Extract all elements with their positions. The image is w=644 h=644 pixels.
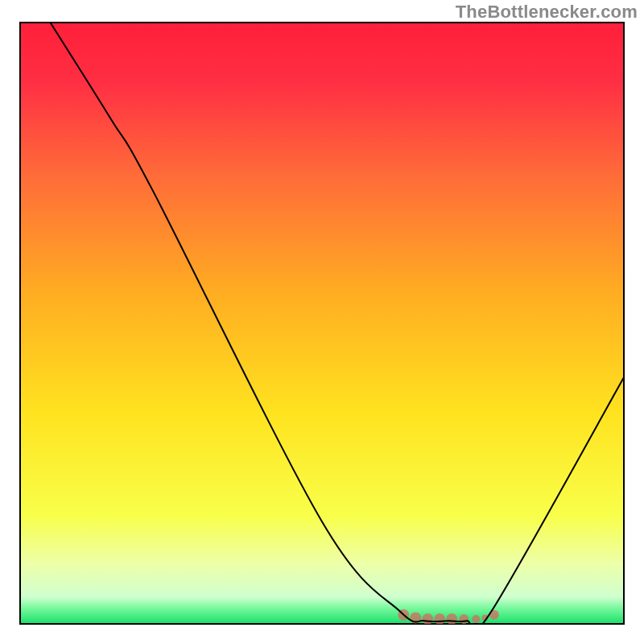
valley-marker (459, 614, 469, 624)
bottleneck-chart (0, 0, 644, 644)
gradient-background (20, 23, 624, 624)
valley-marker (472, 615, 480, 623)
valley-marker (422, 613, 433, 625)
valley-marker (434, 613, 445, 625)
valley-marker (446, 613, 457, 625)
chart-frame: TheBottlenecker.com (0, 0, 644, 644)
